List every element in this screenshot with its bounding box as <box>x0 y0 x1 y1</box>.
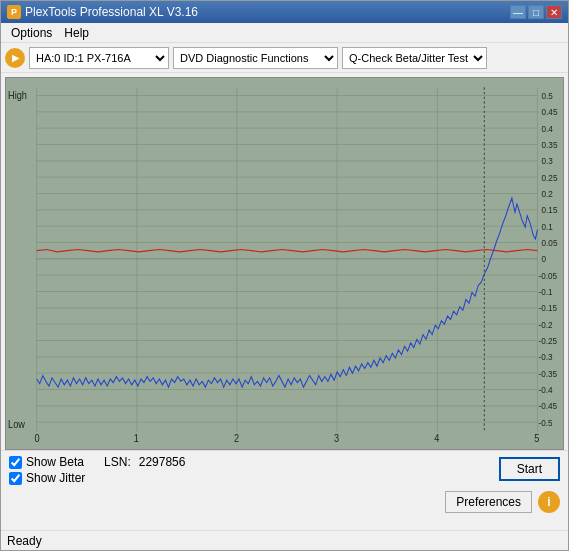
svg-text:4: 4 <box>434 432 440 444</box>
svg-text:-0.25: -0.25 <box>538 335 557 346</box>
svg-text:-0.1: -0.1 <box>538 286 552 297</box>
svg-text:-0.3: -0.3 <box>538 352 552 363</box>
menu-options[interactable]: Options <box>5 24 58 42</box>
show-jitter-checkbox[interactable] <box>9 472 22 485</box>
test-select[interactable]: Q-Check Beta/Jitter Test <box>342 47 487 69</box>
chart-container: High Low 0 1 2 3 4 5 0.5 0.45 0.4 0.35 0… <box>5 77 564 450</box>
chart-svg: High Low 0 1 2 3 4 5 0.5 0.45 0.4 0.35 0… <box>6 78 563 449</box>
svg-text:5: 5 <box>534 432 540 444</box>
svg-text:-0.2: -0.2 <box>538 319 552 330</box>
main-window: P PlexTools Professional XL V3.16 — □ ✕ … <box>0 0 569 551</box>
status-bar: Ready <box>1 530 568 550</box>
svg-text:0.15: 0.15 <box>542 205 558 216</box>
toolbar: ▶ HA:0 ID:1 PX-716A DVD Diagnostic Funct… <box>1 43 568 73</box>
show-beta-label: Show Beta <box>26 455 84 469</box>
svg-text:-0.35: -0.35 <box>538 368 557 379</box>
status-text: Ready <box>7 534 42 548</box>
svg-text:-0.45: -0.45 <box>538 401 557 412</box>
svg-text:0: 0 <box>35 432 41 444</box>
svg-text:-0.15: -0.15 <box>538 303 557 314</box>
window-title: PlexTools Professional XL V3.16 <box>25 5 198 19</box>
svg-text:-0.05: -0.05 <box>538 270 557 281</box>
start-button[interactable]: Start <box>499 457 560 481</box>
function-select[interactable]: DVD Diagnostic Functions <box>173 47 338 69</box>
info-button[interactable]: i <box>538 491 560 513</box>
title-bar-left: P PlexTools Professional XL V3.16 <box>7 5 198 19</box>
svg-text:0.35: 0.35 <box>542 139 558 150</box>
svg-text:0.1: 0.1 <box>542 221 553 232</box>
svg-text:0: 0 <box>542 254 547 265</box>
drive-select[interactable]: HA:0 ID:1 PX-716A <box>29 47 169 69</box>
lsn-value: 2297856 <box>139 455 186 469</box>
svg-text:3: 3 <box>334 432 340 444</box>
preferences-button[interactable]: Preferences <box>445 491 532 513</box>
title-bar: P PlexTools Professional XL V3.16 — □ ✕ <box>1 1 568 23</box>
svg-text:0.05: 0.05 <box>542 237 558 248</box>
bottom-panel: Show Beta LSN: 2297856 Show Jitter Start… <box>1 450 568 530</box>
svg-text:0.3: 0.3 <box>542 156 553 167</box>
minimize-button[interactable]: — <box>510 5 526 19</box>
menu-bar: Options Help <box>1 23 568 43</box>
svg-text:0.25: 0.25 <box>542 172 558 183</box>
show-jitter-label: Show Jitter <box>26 471 85 485</box>
show-jitter-item: Show Jitter <box>9 471 499 485</box>
chart-area: High Low 0 1 2 3 4 5 0.5 0.45 0.4 0.35 0… <box>1 73 568 450</box>
lsn-label: LSN: <box>104 455 131 469</box>
title-controls: — □ ✕ <box>510 5 562 19</box>
svg-text:-0.4: -0.4 <box>538 384 552 395</box>
controls-right: Start <box>499 457 560 481</box>
maximize-button[interactable]: □ <box>528 5 544 19</box>
svg-text:1: 1 <box>134 432 139 444</box>
show-beta-checkbox[interactable] <box>9 456 22 469</box>
close-button[interactable]: ✕ <box>546 5 562 19</box>
app-icon: P <box>7 5 21 19</box>
svg-text:High: High <box>8 89 27 101</box>
drive-icon: ▶ <box>5 48 25 68</box>
show-beta-item: Show Beta LSN: 2297856 <box>9 455 499 469</box>
svg-text:0.4: 0.4 <box>542 123 553 134</box>
svg-text:0.5: 0.5 <box>542 90 553 101</box>
svg-text:2: 2 <box>234 432 239 444</box>
controls-left: Show Beta LSN: 2297856 Show Jitter <box>9 455 499 485</box>
svg-text:-0.5: -0.5 <box>538 417 552 428</box>
menu-help[interactable]: Help <box>58 24 95 42</box>
svg-text:0.45: 0.45 <box>542 107 558 118</box>
svg-text:0.2: 0.2 <box>542 188 553 199</box>
svg-text:Low: Low <box>8 418 26 430</box>
